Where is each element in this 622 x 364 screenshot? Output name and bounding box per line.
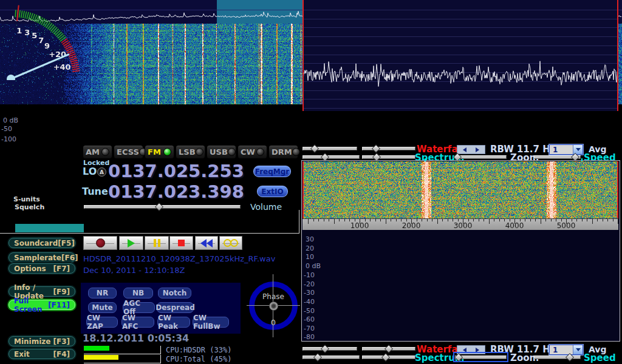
cw-peak-button[interactable]: CW Peak (157, 317, 190, 328)
phase-label: Phase (247, 292, 300, 301)
squelch-label[interactable]: Squelch (15, 203, 44, 211)
zoom-slider[interactable] (455, 153, 507, 160)
lsb-led (196, 148, 203, 156)
audio-scale-label: 2000 (402, 221, 421, 230)
full-screen-button[interactable]: Full Screen[F11] (9, 300, 75, 310)
speed-slider[interactable] (534, 354, 581, 360)
volume-slider[interactable] (84, 203, 241, 210)
s-meter[interactable] (0, 0, 81, 80)
options-button[interactable]: Options[F7] (9, 263, 75, 274)
play-button[interactable] (119, 236, 143, 250)
spectrum-gain-slider[interactable] (302, 153, 360, 160)
agc-button[interactable]: AGC Off (123, 302, 155, 313)
minimize-button[interactable]: Minimize[F3] (9, 336, 75, 346)
speed-label: Speed (584, 352, 616, 363)
nb-button[interactable]: NB (123, 288, 153, 298)
fm-led (163, 148, 171, 156)
contrast-slider[interactable] (362, 345, 415, 352)
mode-button-lsb[interactable]: LSB (176, 145, 205, 159)
audio-db-label: 20 (306, 244, 314, 252)
tune-label: Tune (82, 186, 108, 197)
datetime-display: 18.12.2011 0:05:34 (83, 332, 189, 344)
mode-button-am[interactable]: AM (83, 145, 112, 159)
audio-scale-label: 3000 (454, 221, 473, 230)
audio-waterfall-display[interactable] (302, 161, 618, 218)
pause-icon (154, 239, 160, 247)
spectrum-gain-slider[interactable] (302, 354, 360, 360)
contrast-slider[interactable] (362, 145, 415, 152)
pause-button[interactable] (145, 236, 169, 250)
dropdown-arrow-icon[interactable] (573, 345, 583, 354)
left-arrow-icon[interactable] (463, 147, 466, 152)
stop-icon (178, 240, 185, 246)
audio-scale-label: 4000 (505, 221, 524, 230)
audio-spectrum-display[interactable] (302, 0, 618, 111)
cw-afc-button[interactable]: CW AFC (121, 317, 154, 328)
audio-db-label: 30 (306, 235, 314, 243)
rf-db-label: -100 (1, 135, 16, 143)
playback-bar (0, 236, 299, 251)
audio-db-label: -60 (304, 315, 315, 323)
info-update-button[interactable]: Info / Update[F9] (9, 286, 75, 297)
mode-button-cw[interactable]: CW (238, 145, 267, 159)
tune-frequency-display[interactable]: 0137.023.398 (108, 181, 244, 202)
loop-button[interactable] (219, 236, 242, 250)
recording-filename: HDSDR_20111210_120938Z_137025kHz_RF.wav (83, 254, 275, 263)
mode-button-drm[interactable]: DRM (268, 145, 298, 159)
drm-led (292, 148, 300, 156)
extio-button[interactable]: ExtIO (257, 186, 288, 197)
cw-zap-button[interactable]: CW ZAP (86, 317, 118, 328)
audio-db-label: 0 dB (306, 262, 321, 270)
rewind-icon (200, 239, 213, 248)
cpu-hdsdr-meter (84, 346, 161, 354)
audio-db-label: 10 (306, 253, 314, 261)
lo-frequency-display[interactable]: 0137.025.253 (108, 161, 244, 181)
audio-db-label: -10 (304, 271, 315, 279)
usb-led (228, 148, 236, 156)
audio-scale-label: 5000 (557, 221, 576, 230)
audio-display-controls-top: Waterfall RBW 11.7 Hz 1 Avg Spectrum Zoo… (301, 143, 622, 161)
mode-button-ecss[interactable]: ECSS (114, 145, 143, 159)
hdsdr-window: 137000 137005 137010 137015 137020 13702… (0, 0, 622, 364)
mode-button-usb[interactable]: USB (207, 145, 236, 159)
mode-button-fm[interactable]: FM (145, 145, 174, 159)
notch-button[interactable]: Notch (158, 288, 191, 298)
audio-db-label: -20 (304, 280, 315, 288)
audio-db-label: -80 (304, 333, 315, 341)
samplerate-button[interactable]: Samplerate[F6] (9, 252, 75, 263)
lo-label: LO (83, 166, 97, 177)
right-arrow-icon[interactable] (476, 348, 479, 352)
brightness-slider[interactable] (302, 345, 357, 352)
stop-button[interactable] (169, 236, 193, 250)
cw-fullbw-button[interactable]: CW FullBw (193, 317, 229, 328)
audio-frequency-scale[interactable]: 1000 2000 3000 4000 5000 (302, 218, 618, 230)
spectrum-range-slider[interactable] (362, 153, 415, 160)
audio-db-label: -50 (304, 307, 315, 315)
brightness-slider[interactable] (302, 145, 357, 152)
s-meter-units-label: S-units (13, 195, 40, 203)
lo-lock-badge[interactable]: A (97, 167, 106, 177)
audio-display-controls-bottom: Waterfall RBW 11.7 Hz 1 Avg Spectrum Zoo… (301, 343, 622, 363)
phase-dial: Phase 0 (247, 274, 300, 337)
spectrum-range-slider[interactable] (362, 354, 415, 360)
freqmgr-button[interactable]: FreqMgr (253, 166, 291, 177)
left-arrow-icon[interactable] (463, 348, 466, 352)
zoom-slider[interactable] (455, 354, 507, 360)
cpu-hdsdr-text: CPU:HDSDR (33%) (166, 346, 231, 354)
speed-slider[interactable] (534, 153, 581, 160)
am-led (101, 148, 109, 156)
squelch-level-bar[interactable] (15, 224, 84, 232)
cpu-total-text: CPU:Total (45%) (166, 355, 231, 363)
right-arrow-icon[interactable] (476, 147, 479, 152)
nr-button[interactable]: NR (88, 288, 117, 298)
phase-hub (269, 302, 278, 311)
exit-button[interactable]: Exit[F4] (9, 349, 75, 359)
despread-button[interactable]: Despread (157, 302, 194, 313)
audio-db-label: -70 (304, 325, 315, 332)
phase-value: 0 (247, 318, 300, 327)
audio-scale-label: 1000 (350, 221, 369, 230)
record-button[interactable] (83, 236, 117, 250)
mute-button[interactable]: Mute (88, 302, 117, 313)
mode-button-row: AM ECSS FM LSB USB CW DRM (82, 145, 299, 160)
rewind-button[interactable] (195, 236, 218, 250)
